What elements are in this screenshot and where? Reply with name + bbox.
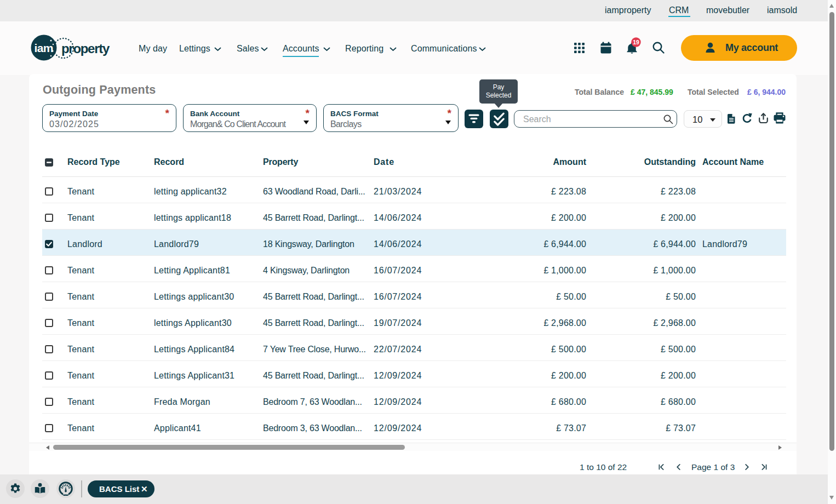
svg-text:property: property bbox=[61, 41, 110, 56]
svg-text:19: 19 bbox=[633, 39, 639, 45]
svg-text:iam: iam bbox=[35, 42, 53, 54]
